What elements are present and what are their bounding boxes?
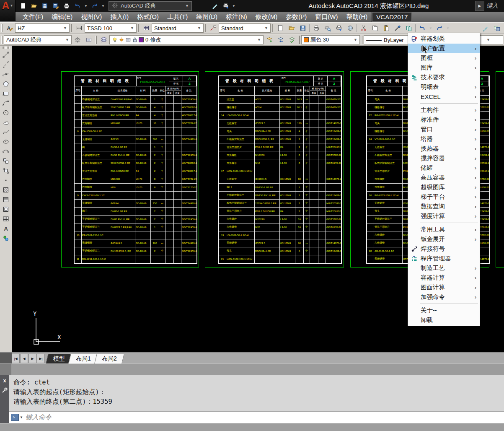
- menu-item-常用工具[interactable]: 常用工具›: [408, 225, 480, 234]
- ellipse-icon[interactable]: [1, 137, 11, 146]
- multiline-text-icon[interactable]: A: [1, 223, 11, 233]
- tab-prev-button[interactable]: ◀: [20, 354, 28, 363]
- menu-item-塔器[interactable]: 塔器›: [408, 134, 480, 144]
- horizontal-scrollbar[interactable]: [0, 363, 504, 375]
- plot-icon[interactable]: [220, 1, 231, 11]
- command-input[interactable]: 键入命令: [26, 413, 52, 422]
- polygon-icon[interactable]: [1, 79, 11, 88]
- layer-prev-icon[interactable]: [275, 35, 286, 45]
- sheet-set-icon[interactable]: [403, 23, 414, 33]
- menu-item-容器划类[interactable]: 容器划类: [408, 34, 480, 44]
- new-file-icon[interactable]: [18, 1, 28, 11]
- menubar-item-文件F[interactable]: 文件(F): [18, 12, 47, 22]
- chevron-down-icon[interactable]: ▼: [20, 415, 23, 419]
- wrench-icon[interactable]: [2, 387, 8, 393]
- color-combo[interactable]: 颜色 30▼: [301, 35, 360, 44]
- menubar-item-帮助H[interactable]: 帮助(H): [342, 12, 372, 22]
- redo-icon[interactable]: [434, 23, 445, 33]
- menu-item-图框[interactable]: 图框›: [408, 53, 480, 63]
- workspace-settings-icon[interactable]: [72, 35, 83, 45]
- menubar-item-VCAD2017[interactable]: VCAD2017: [372, 12, 412, 22]
- menu-item-图库[interactable]: 图库›: [408, 63, 480, 73]
- workspace-switch-combo[interactable]: AutoCAD 经典 ▼: [109, 1, 192, 11]
- menu-item-管口[interactable]: 管口›: [408, 125, 480, 134]
- menu-item-容器计算[interactable]: 容器计算›: [408, 273, 480, 283]
- layer-combo[interactable]: 0-修改▼: [109, 35, 264, 44]
- infocenter-search-input[interactable]: 键入: [484, 2, 504, 10]
- open-file-icon[interactable]: [28, 1, 39, 11]
- command-input-row[interactable]: >_ ▼ 键入命令: [9, 411, 504, 423]
- menu-item-程序管理器[interactable]: 程序管理器: [408, 254, 480, 263]
- menu-item-强度计算[interactable]: 强度计算›: [408, 211, 480, 221]
- text-style-icon[interactable]: A: [4, 23, 15, 33]
- redo-icon[interactable]: [89, 1, 100, 11]
- menu-item-换热器[interactable]: 换热器›: [408, 144, 480, 153]
- table-icon[interactable]: [1, 214, 11, 223]
- qat-overflow-caret[interactable]: ▼: [231, 1, 237, 11]
- film-icon[interactable]: [491, 23, 502, 33]
- publish-icon[interactable]: [344, 23, 356, 33]
- text-style-combo[interactable]: HZ▼: [15, 23, 70, 33]
- new-file-icon[interactable]: [274, 23, 286, 33]
- menu-item-超级图库[interactable]: 超级图库›: [408, 182, 480, 192]
- point-icon[interactable]: [1, 175, 11, 185]
- tab-next-button[interactable]: ▶: [28, 354, 36, 363]
- revision-cloud-icon[interactable]: [1, 117, 11, 127]
- menubar-item-修改M[interactable]: 修改(M): [251, 12, 282, 22]
- menubar-item-绘图D[interactable]: 绘图(D): [192, 12, 222, 22]
- chevron-down-icon[interactable]: ▼: [83, 1, 89, 11]
- toolbar-grip[interactable]: [272, 24, 273, 32]
- print-icon[interactable]: [61, 1, 72, 11]
- menubar-item-编辑E[interactable]: 编辑(E): [47, 12, 77, 22]
- plot-icon[interactable]: [333, 23, 344, 33]
- menubar-item-插入I[interactable]: 插入(I): [106, 12, 133, 22]
- undo-icon[interactable]: [416, 23, 428, 33]
- menu-item-制造工艺[interactable]: 制造工艺›: [408, 263, 480, 273]
- rectangle-icon[interactable]: [1, 88, 11, 98]
- arc-icon[interactable]: [1, 98, 11, 108]
- insert-block-icon[interactable]: [1, 156, 11, 166]
- toolbar-grip[interactable]: [71, 24, 72, 32]
- toolbar-grip[interactable]: [299, 36, 300, 44]
- toolbar-grip[interactable]: [205, 24, 206, 32]
- construction-line-icon[interactable]: [1, 60, 11, 69]
- menu-item-数据查询[interactable]: 数据查询›: [408, 202, 480, 211]
- infocenter-expand-button[interactable]: ▶: [475, 1, 484, 11]
- spline-icon[interactable]: [1, 127, 11, 137]
- workspace-save-icon[interactable]: [83, 35, 94, 45]
- workspace-combo[interactable]: AutoCAD 经典▼: [4, 35, 72, 44]
- dim-style-icon[interactable]: [73, 23, 85, 33]
- save-icon[interactable]: [297, 23, 308, 33]
- menu-item-技术要求[interactable]: 技术要求: [408, 73, 480, 82]
- menu-item-加强命令[interactable]: 加强命令›: [408, 292, 480, 302]
- save-as-icon[interactable]: [50, 1, 61, 11]
- region-icon[interactable]: [1, 204, 11, 214]
- toolbar-grip[interactable]: [1, 36, 3, 44]
- dim-style-combo[interactable]: TSSD 100▼: [85, 23, 137, 33]
- menu-item-关于--[interactable]: 关于--: [408, 306, 480, 315]
- line-icon[interactable]: [1, 50, 11, 60]
- table-style-icon[interactable]: [140, 23, 152, 33]
- toolbar-grip[interactable]: [138, 24, 139, 32]
- ellipse-arc-icon[interactable]: [1, 146, 11, 156]
- menu-item-卸载[interactable]: 卸载: [408, 315, 480, 325]
- chevron-down-icon[interactable]: ▼: [428, 23, 434, 33]
- menu-item-主构件[interactable]: 主构件›: [408, 105, 480, 115]
- layer-properties-icon[interactable]: [98, 35, 109, 45]
- menu-item-明细表[interactable]: 明细表›: [408, 82, 480, 92]
- menubar-item-窗口W[interactable]: 窗口(W): [311, 12, 342, 22]
- copy-icon[interactable]: [369, 23, 380, 33]
- donut-icon[interactable]: [1, 233, 11, 243]
- tab-first-button[interactable]: |◀: [12, 354, 20, 363]
- mleader-style-icon[interactable]: [207, 23, 219, 33]
- hatch-icon[interactable]: [1, 185, 11, 195]
- layer-cur-icon[interactable]: [264, 35, 275, 45]
- menu-item-用户配置[interactable]: 用户配置›: [408, 44, 480, 53]
- menu-item-储罐[interactable]: 储罐›: [408, 163, 480, 173]
- menu-item-EXCEL[interactable]: EXCEL›: [408, 92, 480, 101]
- paste-icon[interactable]: [380, 23, 392, 33]
- mleader-style-combo[interactable]: Standard▼: [219, 23, 271, 33]
- menu-item-高压容器[interactable]: 高压容器›: [408, 173, 480, 182]
- pen-icon[interactable]: [209, 1, 220, 11]
- menubar-item-工具T[interactable]: 工具(T): [163, 12, 192, 22]
